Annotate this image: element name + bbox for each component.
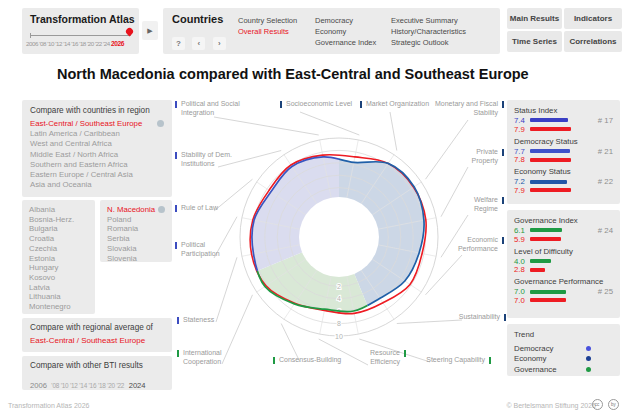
menu-item[interactable]: Democracy: [315, 15, 376, 26]
axis-tick-icon: [177, 350, 179, 357]
country-bar: [530, 149, 570, 153]
play-icon: ▶: [147, 27, 152, 34]
rank-badge: # 24: [598, 226, 613, 235]
current-year[interactable]: 2026: [111, 40, 124, 47]
past-years[interactable]: 2006 '08 '10 '12 '14 '16 '18 '20 '22 '24: [26, 40, 110, 47]
country-bar: [530, 228, 562, 232]
region-item[interactable]: Southern and Eastern Africa: [30, 160, 164, 170]
country-value: 6.1: [514, 226, 530, 235]
country-item[interactable]: Serbia: [107, 234, 165, 244]
nav-button[interactable]: Main Results: [507, 8, 562, 29]
country-item[interactable]: Lithuania: [29, 292, 88, 302]
menu-item[interactable]: Executive Summary: [391, 15, 466, 26]
menu-item[interactable]: History/Characteristics: [391, 26, 466, 37]
metric-label: Status Index: [514, 106, 613, 115]
nav-button[interactable]: Time Series: [507, 31, 562, 52]
metric-label: Democracy Status: [514, 137, 613, 146]
bti-years-mid[interactable]: '08 '10 '12 '14 '16 '18 '20 '22: [51, 382, 124, 389]
bti-year-start[interactable]: 2006: [30, 381, 47, 390]
country-item[interactable]: Bosnia-Herz.: [29, 215, 88, 225]
menu-column-1: Country Selection Overall Results: [238, 15, 297, 37]
menu-item[interactable]: Overall Results: [238, 26, 297, 37]
country-item-label: Slovenia: [107, 254, 137, 263]
regional-score-row: 7.9: [514, 125, 613, 134]
trend-row: Governance: [514, 364, 613, 375]
nav-button[interactable]: Correlations: [564, 31, 622, 52]
country-value: 7.2: [514, 177, 530, 186]
regional-average-value[interactable]: East-Central / Southeast Europe: [30, 336, 164, 345]
menu-item[interactable]: Governance Index: [315, 37, 376, 48]
country-item[interactable]: Czechia: [29, 244, 88, 254]
region-item[interactable]: West and Central Africa: [30, 139, 164, 149]
bti-year-end[interactable]: 2024: [129, 381, 146, 390]
trend-panel: Trend Democracy Economy Governance: [507, 324, 620, 376]
metric-label: Level of Difficulty: [514, 247, 613, 256]
country-item[interactable]: Latvia: [29, 283, 88, 293]
trend-label: Democracy: [514, 344, 553, 353]
region-item-label: Southern and Eastern Africa: [30, 160, 128, 169]
region-item[interactable]: East-Central / Southeast Europe: [30, 119, 164, 129]
trend-label: Governance: [514, 365, 556, 374]
axis-tick-icon: [502, 237, 504, 244]
axis-tick-icon: [360, 101, 362, 108]
help-button[interactable]: ?: [172, 37, 185, 50]
country-bar: [530, 118, 568, 122]
nav-button[interactable]: Indicators: [564, 8, 622, 29]
year-labels[interactable]: 2006 '08 '10 '12 '14 '16 '18 '20 '22 '24…: [26, 40, 124, 47]
country-item[interactable]: Slovakia: [107, 244, 165, 254]
country-score-row: 7.2 # 22: [514, 177, 613, 186]
cc-icon: cc: [592, 399, 603, 410]
next-country-button[interactable]: ›: [213, 37, 226, 50]
axis-label-text: Socioeconomic Level: [286, 100, 352, 107]
country-item[interactable]: Estonia: [29, 254, 88, 264]
menu-item[interactable]: Country Selection: [238, 15, 297, 26]
country-item-label: Croatia: [29, 234, 54, 243]
country-value: 7.0: [514, 287, 530, 296]
regional-score-row: 7.0: [514, 296, 613, 305]
axis-label-political-participation: Political Participation: [181, 241, 233, 258]
axis-label-text: Stateness: [183, 316, 214, 323]
axis-label-text: Market Organization: [366, 100, 429, 107]
country-item[interactable]: Hungary: [29, 263, 88, 273]
country-item[interactable]: N. Macedonia: [107, 205, 165, 215]
play-button[interactable]: ▶: [142, 21, 158, 40]
region-item[interactable]: Latin America / Caribbean: [30, 129, 164, 139]
nav-buttons: Main Results Indicators Time Series Corr…: [507, 8, 622, 52]
country-item[interactable]: Croatia: [29, 234, 88, 244]
region-item[interactable]: Eastern Europe / Central Asia: [30, 170, 164, 180]
country-item[interactable]: Bulgaria: [29, 224, 88, 234]
regional-value: 5.9: [514, 235, 530, 244]
axis-label-text: Monetary and Fiscal Stability: [435, 100, 498, 116]
axis-label-text: Resource Efficiency: [370, 349, 400, 365]
axis-label-text: Consensus-Building: [279, 356, 341, 363]
country-bar: [530, 259, 551, 263]
app-title: Transformation Atlas: [30, 13, 135, 25]
bti-years[interactable]: 2006 '08 '10 '12 '14 '16 '18 '20 '22 202…: [30, 374, 164, 392]
axis-label-text: Political Participation: [181, 241, 220, 257]
trend-header: Trend: [514, 330, 613, 339]
country-item[interactable]: Slovenia: [107, 254, 165, 264]
axis-tick-icon: [175, 152, 177, 159]
axis-label-sustainability: Sustainability: [440, 313, 500, 322]
metric: Level of Difficulty 4.0 2.8: [514, 247, 613, 275]
region-item[interactable]: Middle East / North Africa: [30, 150, 164, 160]
regional-score-row: 2.8: [514, 265, 613, 274]
prev-country-button[interactable]: ‹: [192, 37, 205, 50]
country-item[interactable]: Poland: [107, 215, 165, 225]
regional-value: 7.0: [514, 296, 530, 305]
country-item[interactable]: Romania: [107, 224, 165, 234]
region-item[interactable]: Asia and Oceania: [30, 180, 164, 190]
country-item[interactable]: Albania: [29, 205, 88, 215]
country-item[interactable]: Montenegro: [29, 302, 88, 312]
country-item-label: Slovakia: [107, 244, 136, 253]
menu-column-3: Executive Summary History/Characteristic…: [391, 15, 466, 48]
year-slider[interactable]: [30, 33, 131, 38]
country-item-label: Latvia: [29, 283, 50, 292]
country-item-label: Albania: [29, 205, 55, 214]
menu-item[interactable]: Strategic Outlook: [391, 37, 466, 48]
axis-label-socioeconomic-level: Socioeconomic Level: [286, 100, 376, 109]
slider-track[interactable]: [30, 35, 131, 36]
country-value: 7.7: [514, 147, 530, 156]
country-item[interactable]: Kosovo: [29, 273, 88, 283]
menu-item[interactable]: Economy: [315, 26, 376, 37]
